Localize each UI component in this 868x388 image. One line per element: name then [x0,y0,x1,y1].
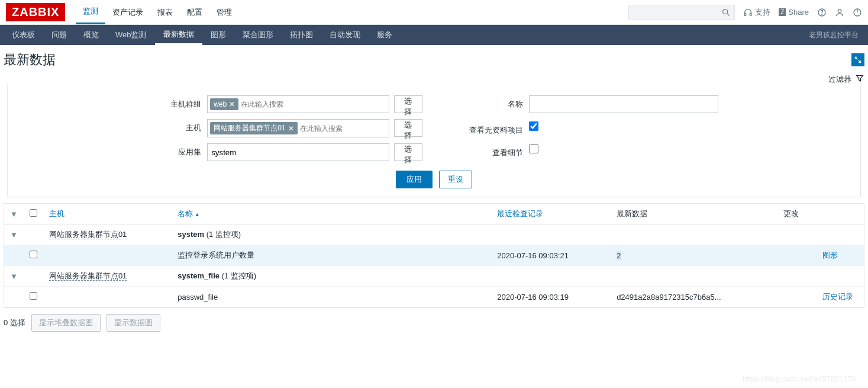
host-tag[interactable]: 网站服务器集群节点01✕ [210,122,297,134]
z-icon: Z [779,8,786,16]
subnav-problems[interactable]: 问题 [43,25,75,45]
data-table: ▼ 主机 名称 最近检查记录 最新数据 更改 ▼ 网站服务器集群节点01 sys… [4,203,864,308]
topnav-monitoring[interactable]: 监测 [76,0,105,24]
show-detail-label: 查看细节 [446,144,529,158]
hostgroup-input[interactable]: web✕ [207,95,389,113]
hostgroup-search[interactable] [241,98,386,110]
subnav-screens[interactable]: 聚合图形 [234,25,282,45]
apply-button[interactable]: 应用 [396,171,433,188]
row-checkbox[interactable] [30,292,37,300]
selected-count: 0 选择 [4,318,25,328]
col-name[interactable]: 名称 [172,204,491,225]
app-name: system_file [178,271,220,280]
item-count: (1 监控项) [206,230,241,239]
item-lastdata: d2491a2a8a9172315c7b6a5... [611,287,777,307]
show-nodata-label: 查看无资料项目 [446,121,529,136]
hostgroup-tag[interactable]: web✕ [210,98,238,110]
collapse-toggle[interactable]: ▼ [4,266,24,287]
hostgroup-label: 主机群组 [144,95,208,110]
subnav-maps[interactable]: 拓扑图 [282,25,321,45]
show-nodata-checkbox[interactable] [529,121,538,131]
logout-icon[interactable] [853,8,862,17]
headset-icon [743,8,753,17]
filter-icon[interactable] [855,73,864,85]
global-search[interactable] [628,5,735,20]
col-host[interactable]: 主机 [43,204,172,225]
item-count: (1 监控项) [222,271,257,280]
subnav-web[interactable]: Web监测 [107,25,155,45]
host-select-button[interactable]: 选择 [394,119,422,137]
subnav-dashboard[interactable]: 仪表板 [4,25,43,45]
item-action-link[interactable]: 图形 [822,251,838,259]
hostgroup-select-button[interactable]: 选择 [394,95,422,113]
hostgroup-tag-text: web [214,100,227,108]
svg-rect-2 [744,13,746,15]
app-select-button[interactable]: 选择 [394,143,422,161]
item-name: 监控登录系统用户数量 [172,245,491,266]
col-lastcheck[interactable]: 最近检查记录 [491,204,611,225]
topnav-admin[interactable]: 管理 [209,0,239,24]
host-input[interactable]: 网站服务器集群节点01✕ [207,119,389,137]
graph-button[interactable]: 显示数据图 [107,314,160,332]
top-nav: 监测 资产记录 报表 配置 管理 [76,0,239,24]
svg-point-0 [723,9,728,14]
item-lastcheck: 2020-07-16 09:03:21 [491,245,611,266]
host-link[interactable]: 网站服务器集群节点01 [49,230,127,239]
svg-rect-3 [750,13,752,15]
host-label: 主机 [144,119,208,133]
subnav-discovery[interactable]: 自动发现 [321,25,369,45]
fullscreen-button[interactable] [851,53,864,66]
remove-tag-icon[interactable]: ✕ [288,124,294,133]
user-icon[interactable] [835,8,844,17]
table-item-row: 监控登录系统用户数量 2020-07-16 09:03:21 2 图形 [4,245,864,266]
help-icon[interactable] [817,8,827,17]
name-label: 名称 [446,95,529,110]
row-checkbox[interactable] [30,251,37,258]
support-label: 支持 [755,7,770,18]
table-group-row: ▼ 网站服务器集群节点01 system_file (1 监控项) [4,266,864,287]
subnav-services[interactable]: 服务 [369,25,401,45]
subnav-latest[interactable]: 最新数据 [155,25,202,45]
filter-toggle-label[interactable]: 过滤器 [828,74,851,85]
svg-line-1 [727,14,729,15]
remove-tag-icon[interactable]: ✕ [229,100,235,108]
table-item-row: passwd_file 2020-07-16 09:03:19 d2491a2a… [4,287,864,307]
filter-panel: 主机群组 web✕ 选择 主机 网站服务器集群节 [7,85,861,197]
reset-button[interactable]: 重设 [439,171,472,188]
host-link[interactable]: 网站服务器集群节点01 [49,271,127,281]
topnav-inventory[interactable]: 资产记录 [105,0,150,24]
page-title: 最新数据 [4,51,56,69]
svg-point-5 [822,14,822,15]
topnav-reports[interactable]: 报表 [150,0,180,24]
select-all-checkbox[interactable] [30,209,37,217]
subnav-right-text: 老男孩监控平台 [809,30,864,40]
app-label: 应用集 [144,143,208,158]
share-label: Share [788,8,809,17]
subnav-overview[interactable]: 概览 [75,25,107,45]
host-search[interactable] [300,122,387,134]
item-lastcheck: 2020-07-16 09:03:19 [491,287,611,307]
item-name: passwd_file [172,287,491,307]
svg-point-6 [838,9,841,12]
app-name: system [178,230,204,239]
search-icon [721,8,731,17]
share-link[interactable]: Z Share [779,8,809,17]
item-action-link[interactable]: 历史记录 [822,292,853,301]
collapse-all-toggle[interactable]: ▼ [4,204,24,225]
col-change: 更改 [777,204,817,225]
application-input[interactable] [207,143,389,161]
table-group-row: ▼ 网站服务器集群节点01 system (1 监控项) [4,225,864,245]
subnav-graphs[interactable]: 图形 [202,25,234,45]
stacked-graph-button[interactable]: 显示堆叠数据图 [31,314,101,332]
collapse-toggle[interactable]: ▼ [4,225,24,245]
host-tag-text: 网站服务器集群节点01 [214,123,285,133]
support-link[interactable]: 支持 [743,7,770,18]
item-lastdata: 2 [617,251,621,260]
col-lastdata: 最新数据 [611,204,777,225]
name-input[interactable] [529,95,718,113]
topnav-config[interactable]: 配置 [180,0,209,24]
show-detail-checkbox[interactable] [529,144,538,153]
brand-logo[interactable]: ZABBIX [6,3,65,21]
